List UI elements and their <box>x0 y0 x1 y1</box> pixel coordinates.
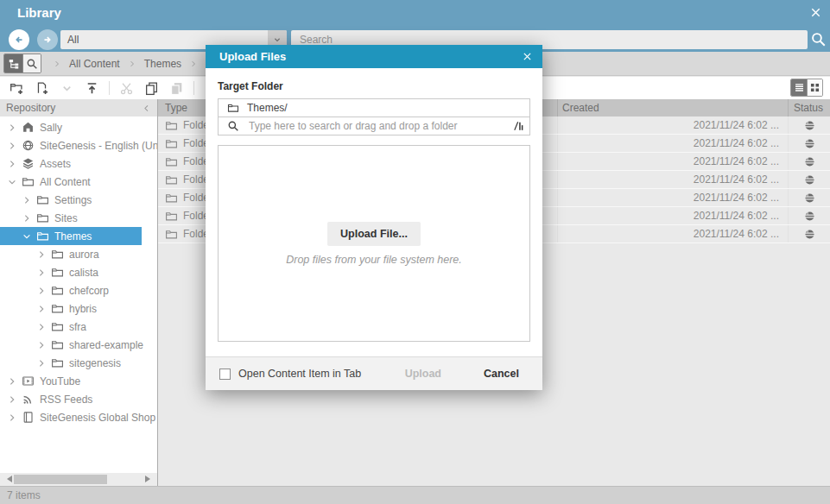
caret-down-icon <box>60 81 74 96</box>
search-view-toggle[interactable] <box>22 54 41 72</box>
tree-item-label: sitegenesis <box>69 357 121 369</box>
tree-item-assets[interactable]: Assets <box>0 154 157 173</box>
status-cell <box>788 117 830 134</box>
chevron-right-icon[interactable] <box>36 304 47 314</box>
tree-item-rss-feeds[interactable]: RSS Feeds <box>0 390 157 408</box>
chevron-right-icon[interactable] <box>7 376 17 387</box>
folder-icon <box>36 211 49 224</box>
chevron-right-icon[interactable] <box>7 159 17 169</box>
tree-item-sally[interactable]: Sally <box>0 118 157 136</box>
tree-item-sitegenesis-global-shop[interactable]: SiteGenesis Global Shop <box>0 408 157 426</box>
tree-item-label: Themes <box>54 230 92 243</box>
folder-icon <box>36 193 49 206</box>
scrollbar-thumb[interactable] <box>14 475 107 484</box>
toolbar-button[interactable] <box>193 81 194 95</box>
breadcrumb-link[interactable]: All Content <box>69 58 120 70</box>
chevron-right-icon[interactable] <box>7 394 17 405</box>
toolbar-button[interactable] <box>109 81 110 95</box>
chevron-right-icon <box>189 60 198 68</box>
upload-file-button[interactable]: Upload File... <box>327 222 421 246</box>
folder-icon <box>51 284 64 297</box>
chevron-right-icon[interactable] <box>22 213 32 224</box>
folder-search-input[interactable] <box>247 119 507 133</box>
status-globe-icon <box>804 174 815 186</box>
tree-item-sitegenesis-english[interactable]: SiteGenesis - English (Unite <box>0 136 157 154</box>
status-cell <box>788 171 830 188</box>
created-cell: 2021/11/24 6:02 ... <box>557 135 788 152</box>
horizontal-scrollbar[interactable] <box>0 473 157 486</box>
created-cell: 2021/11/24 6:02 ... <box>557 153 788 170</box>
folder-icon <box>165 137 178 150</box>
open-in-tab-label: Open Content Item in Tab <box>238 368 361 380</box>
chevron-right-icon[interactable] <box>36 322 47 332</box>
created-cell: 2021/11/24 6:02 ... <box>557 171 788 188</box>
cut-button[interactable] <box>114 79 139 98</box>
chevron-right-icon[interactable] <box>36 340 47 350</box>
tree-item-youtube[interactable]: YouTube <box>0 372 157 390</box>
chevron-right-icon[interactable] <box>7 141 17 151</box>
back-button[interactable] <box>9 29 29 50</box>
tree-item-all-content[interactable]: All Content <box>0 173 157 191</box>
chevron-right-icon[interactable] <box>36 286 47 296</box>
tree-item-themes[interactable]: Themes <box>0 227 142 245</box>
open-in-tab-checkbox[interactable] <box>219 369 231 380</box>
chevron-down-icon[interactable] <box>7 177 17 187</box>
search-icon[interactable] <box>810 31 827 47</box>
close-icon[interactable] <box>522 51 533 62</box>
tree-item-settings[interactable]: Settings <box>0 191 157 209</box>
status-globe-icon <box>804 120 815 131</box>
forward-button[interactable] <box>37 29 58 50</box>
folder-search-field[interactable] <box>218 117 530 135</box>
chevron-left-icon[interactable] <box>142 104 151 113</box>
upload-button[interactable]: Upload <box>400 367 447 381</box>
tree-item-label: SiteGenesis - English (Unite <box>40 140 157 152</box>
created-cell: 2021/11/24 6:02 ... <box>557 189 788 206</box>
tree-item-chefcorp[interactable]: chefcorp <box>0 281 157 299</box>
breadcrumb-link[interactable]: Themes <box>144 58 181 70</box>
list-view-button[interactable] <box>791 79 807 96</box>
status-globe-icon <box>804 229 815 240</box>
column-header-status[interactable]: Status <box>788 99 830 117</box>
folder-filter-icon[interactable] <box>512 120 524 132</box>
tree-item-calista[interactable]: calista <box>0 263 157 281</box>
chevron-right-icon[interactable] <box>7 123 17 133</box>
target-folder-field[interactable]: Themes/ <box>218 98 530 117</box>
paste-button[interactable] <box>164 79 189 98</box>
chevron-down-icon[interactable] <box>22 231 32 242</box>
tree-item-label: Settings <box>54 194 92 206</box>
tree-view-toggle[interactable] <box>4 54 22 72</box>
status-cell <box>788 225 830 243</box>
new-content-button[interactable] <box>29 79 54 98</box>
tree-item-shared-example[interactable]: shared-example <box>0 336 157 354</box>
file-dropzone[interactable]: Upload File... Drop files from your file… <box>218 145 530 342</box>
tree-item-sfra[interactable]: sfra <box>0 318 157 336</box>
tree-item-sites[interactable]: Sites <box>0 209 157 227</box>
upload-button[interactable] <box>79 79 105 98</box>
chevron-right-icon[interactable] <box>36 268 47 278</box>
tree-item-sitegenesis[interactable]: sitegenesis <box>0 354 157 372</box>
tree-item-aurora[interactable]: aurora <box>0 245 157 263</box>
scroll-left-arrow[interactable] <box>3 476 12 482</box>
chevron-right-icon[interactable] <box>36 358 47 369</box>
chevron-right-icon[interactable] <box>22 195 32 205</box>
sidebar-header: Repository <box>0 99 157 117</box>
tree-item-label: Sites <box>54 212 78 224</box>
created-cell: 2021/11/24 6:02 ... <box>557 225 788 243</box>
new-folder-button[interactable] <box>4 79 29 98</box>
copy-button[interactable] <box>139 79 164 98</box>
scroll-right-arrow[interactable] <box>145 476 154 482</box>
created-cell: 2021/11/24 6:02 ... <box>557 207 788 224</box>
column-header-created[interactable]: Created <box>557 99 788 117</box>
dialog-body: Target Folder Themes/ Upload File... Dro… <box>206 68 542 356</box>
grid-view-button[interactable] <box>807 79 822 96</box>
more-actions-button[interactable] <box>54 79 79 98</box>
cancel-button[interactable]: Cancel <box>478 367 524 381</box>
chevron-right-icon[interactable] <box>36 249 47 260</box>
tree-item-hybris[interactable]: hybris <box>0 299 157 318</box>
list-view-icon <box>794 82 805 93</box>
folder-icon <box>165 155 178 168</box>
tree-item-label: SiteGenesis Global Shop <box>40 412 155 424</box>
chevron-right-icon[interactable] <box>7 413 17 423</box>
layers-icon <box>22 157 35 170</box>
close-icon[interactable] <box>809 6 822 19</box>
